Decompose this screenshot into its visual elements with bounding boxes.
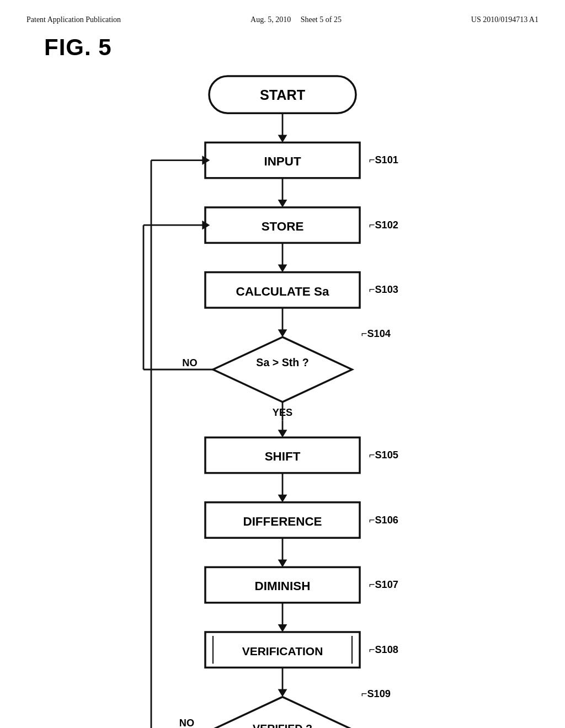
flowchart: START INPUT ⌐S101 STORE ⌐S102 CALCULATE … bbox=[89, 61, 476, 728]
decision-verified-label: VERIFIED ? bbox=[253, 722, 312, 728]
start-label: START bbox=[260, 87, 306, 103]
figure-title: FIG. 5 bbox=[0, 24, 565, 61]
s101-label: ⌐S101 bbox=[369, 154, 398, 165]
s104-label: ⌐S104 bbox=[361, 328, 391, 339]
shift-label: SHIFT bbox=[265, 449, 301, 463]
svg-marker-21 bbox=[278, 559, 287, 567]
svg-marker-2 bbox=[278, 135, 287, 142]
header-left: Patent Application Publication bbox=[26, 15, 121, 24]
flowchart-svg: START INPUT ⌐S101 STORE ⌐S102 CALCULATE … bbox=[89, 61, 476, 728]
header-date: Aug. 5, 2010 bbox=[250, 15, 291, 24]
calculate-label: CALCULATE Sa bbox=[236, 285, 329, 298]
page-header: Patent Application Publication Aug. 5, 2… bbox=[0, 0, 565, 24]
no-label-2: NO bbox=[179, 718, 194, 728]
s103-label: ⌐S103 bbox=[369, 284, 398, 295]
s106-label: ⌐S106 bbox=[369, 515, 398, 526]
svg-marker-11 bbox=[278, 329, 287, 337]
svg-marker-24 bbox=[278, 624, 287, 632]
s109-label: ⌐S109 bbox=[361, 688, 391, 699]
s105-label: ⌐S105 bbox=[369, 449, 398, 461]
svg-marker-29 bbox=[278, 689, 287, 697]
header-sheet: Sheet 5 of 25 bbox=[301, 15, 342, 24]
svg-marker-18 bbox=[278, 495, 287, 502]
difference-label: DIFFERENCE bbox=[243, 515, 322, 528]
no-label-1: NO bbox=[182, 357, 197, 368]
header-right: US 2010/0194713 A1 bbox=[471, 15, 539, 24]
store-label: STORE bbox=[262, 220, 304, 233]
decision-sa-label: Sa > Sth ? bbox=[256, 356, 308, 368]
s108-label: ⌐S108 bbox=[369, 644, 398, 655]
input-label: INPUT bbox=[264, 154, 301, 168]
svg-marker-15 bbox=[278, 430, 287, 437]
header-center: Aug. 5, 2010 Sheet 5 of 25 bbox=[250, 15, 342, 24]
svg-marker-12 bbox=[213, 337, 352, 402]
verification-label: VERIFICATION bbox=[242, 645, 323, 657]
s102-label: ⌐S102 bbox=[369, 220, 398, 231]
diminish-label: DIMINISH bbox=[255, 579, 311, 593]
svg-marker-5 bbox=[278, 200, 287, 207]
svg-marker-8 bbox=[278, 265, 287, 272]
s107-label: ⌐S107 bbox=[369, 579, 398, 590]
